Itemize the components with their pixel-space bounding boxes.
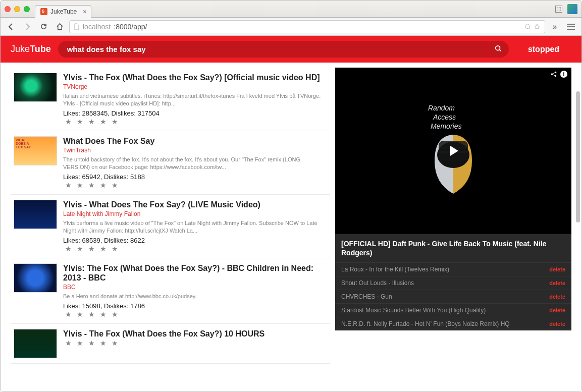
app-root: JukeTube stopped Ylvis - The Fox (What D… [1, 36, 581, 391]
scrollbar-thumb[interactable] [576, 91, 580, 222]
result-thumbnail[interactable] [14, 136, 57, 165]
svg-text:Random: Random [428, 104, 455, 112]
hamburger-icon [567, 24, 575, 30]
search-result[interactable]: Ylvis: The Fox (What Does the Fox Say?) … [11, 258, 330, 324]
info-icon[interactable]: i [560, 71, 567, 78]
url-host: localhost [83, 23, 111, 31]
browser-window: JukeTube × localhost [0, 0, 582, 392]
bookmark-star-icon[interactable] [534, 23, 541, 30]
play-button[interactable] [439, 141, 468, 161]
result-stats: Likes: 68539, Dislikes: 8622 [63, 237, 327, 244]
page-icon [74, 23, 80, 30]
search-result[interactable]: What Does The Fox SayTwinTrashThe untold… [11, 131, 330, 195]
forward-button[interactable] [21, 21, 34, 33]
tab-title: JukeTube [50, 8, 77, 15]
scrollbar-track[interactable] [575, 36, 580, 391]
result-author[interactable]: TwinTrash [63, 147, 327, 154]
close-window-button[interactable] [5, 6, 11, 12]
playlist-delete-button[interactable]: delete [549, 266, 565, 272]
overflow-button[interactable]: » [548, 21, 561, 33]
rating-stars[interactable]: ★★★★★ [63, 339, 327, 347]
app-logo[interactable]: JukeTube [11, 44, 51, 54]
home-button[interactable] [53, 21, 66, 33]
result-description: Ylvis performs a live music video of "Th… [63, 219, 327, 235]
menu-button[interactable] [564, 21, 577, 33]
playlist-item[interactable]: N.E.R.D. ft. Nelly Furtado - Hot N' Fun … [335, 317, 571, 330]
svg-text:Memories: Memories [431, 122, 461, 130]
result-thumbnail[interactable] [14, 263, 57, 293]
search-wrap [58, 41, 509, 58]
browser-tab[interactable]: JukeTube × [35, 5, 91, 18]
app-header: JukeTube stopped [1, 36, 581, 63]
search-result[interactable]: Ylvis - The Fox (What Does the Fox Say?)… [11, 324, 330, 364]
playlist-item-title: Stardust Music Sounds Better With You (H… [341, 307, 486, 314]
result-thumbnail[interactable] [14, 329, 57, 358]
result-thumbnail[interactable] [14, 200, 57, 229]
player-status: stopped [516, 45, 571, 54]
rating-stars[interactable]: ★★★★★ [63, 245, 327, 253]
address-bar[interactable]: localhost [69, 20, 545, 33]
main-content: Ylvis - The Fox (What Does the Fox Say?)… [1, 63, 581, 369]
minimize-window-button[interactable] [14, 6, 20, 12]
playlist-item-title: La Roux - In for the Kill (Twelves Remix… [341, 266, 449, 273]
playlist-item[interactable]: CHVRCHES - Gundelete [335, 290, 571, 303]
result-stats: Likes: 15098, Dislikes: 1786 [63, 302, 327, 310]
result-author[interactable]: BBC [63, 284, 327, 291]
search-input[interactable] [58, 41, 509, 58]
result-stats: Likes: 2858345, Dislikes: 317504 [63, 109, 327, 117]
playlist-item[interactable]: La Roux - In for the Kill (Twelves Remix… [335, 262, 571, 276]
zoom-window-button[interactable] [24, 6, 30, 12]
rating-stars[interactable]: ★★★★★ [63, 118, 327, 126]
logo-prefix: Juke [11, 44, 30, 54]
playlist-delete-button[interactable]: delete [549, 294, 565, 300]
result-thumbnail[interactable] [14, 73, 57, 102]
svg-point-1 [496, 45, 500, 50]
result-title: Ylvis - What Does The Fox Say? (LIVE Mus… [63, 200, 327, 209]
tab-strip: JukeTube × [35, 1, 555, 17]
url-input[interactable] [114, 23, 521, 31]
svg-point-3 [555, 72, 557, 74]
svg-point-0 [525, 24, 530, 28]
svg-point-2 [551, 73, 553, 75]
now-playing-title: [OFFICIAL HD] Daft Punk - Give Life Back… [335, 234, 571, 262]
playlist-item-title: N.E.R.D. ft. Nelly Furtado - Hot N' Fun … [341, 320, 510, 327]
page-viewport: JukeTube stopped Ylvis - The Fox (What D… [1, 36, 581, 391]
search-results: Ylvis - The Fox (What Does the Fox Say?)… [11, 68, 330, 364]
share-icon[interactable] [550, 71, 557, 79]
playlist-delete-button[interactable]: delete [549, 280, 565, 286]
result-author[interactable]: TVNorge [63, 83, 327, 90]
svg-text:Access: Access [433, 113, 456, 121]
playlist-item-title: Shout Out Louds - Illusions [341, 279, 414, 287]
search-icon[interactable] [495, 45, 502, 54]
svg-point-4 [555, 75, 557, 77]
browser-toolbar: localhost » [1, 18, 581, 36]
profile-avatar[interactable] [567, 4, 577, 14]
window-titlebar: JukeTube × [1, 1, 581, 18]
window-controls [5, 6, 30, 12]
playlist-delete-button[interactable]: delete [549, 321, 565, 327]
playlist-delete-button[interactable]: delete [549, 307, 565, 313]
reload-button[interactable] [37, 21, 50, 33]
result-description: Be a Hero and donate at http://www.bbc.c… [63, 293, 327, 300]
fullscreen-icon[interactable] [555, 6, 562, 13]
playlist-item-title: CHVRCHES - Gun [341, 293, 392, 300]
logo-suffix: Tube [30, 44, 51, 54]
rating-stars[interactable]: ★★★★★ [63, 181, 327, 189]
result-description: Italian and vietnamese subtitles. iTunes… [63, 92, 327, 107]
playlist: La Roux - In for the Kill (Twelves Remix… [335, 262, 571, 330]
player-panel: i Random Access Memories [335, 68, 571, 364]
video-player[interactable]: i Random Access Memories [335, 68, 571, 234]
tab-close-icon[interactable]: × [83, 8, 87, 15]
result-title: Ylvis - The Fox (What Does the Fox Say?)… [63, 329, 327, 339]
result-title: Ylvis - The Fox (What Does the Fox Say?)… [63, 73, 327, 82]
search-result[interactable]: Ylvis - What Does The Fox Say? (LIVE Mus… [11, 195, 330, 258]
result-description: The untold backstory of the fox. It's no… [63, 156, 327, 171]
result-author[interactable]: Late Night with Jimmy Fallon [63, 210, 327, 217]
search-result[interactable]: Ylvis - The Fox (What Does the Fox Say?)… [11, 68, 330, 131]
playlist-item[interactable]: Stardust Music Sounds Better With You (H… [335, 303, 571, 317]
rating-stars[interactable]: ★★★★★ [63, 310, 327, 318]
back-button[interactable] [5, 21, 18, 33]
zoom-icon[interactable] [524, 23, 532, 30]
result-stats: Likes: 65942, Dislikes: 5188 [63, 173, 327, 181]
playlist-item[interactable]: Shout Out Louds - Illusionsdelete [335, 276, 571, 290]
